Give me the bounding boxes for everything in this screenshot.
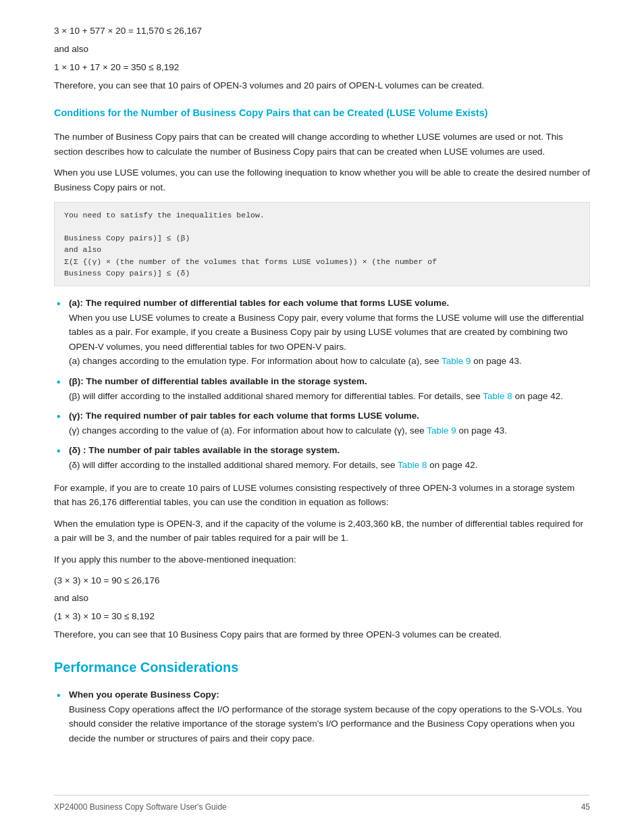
footer-page-number: 45 — [581, 801, 590, 814]
section1-para5: If you apply this number to the above-me… — [54, 552, 590, 567]
table9-link-1[interactable]: Table 9 — [441, 356, 471, 366]
table9-link-2[interactable]: Table 9 — [427, 425, 456, 436]
code-block: You need to satisfy the inequalities bel… — [54, 202, 590, 287]
list-item: (δ) : The number of pair tables availabl… — [54, 443, 590, 472]
footer-left: XP24000 Business Copy Software User's Gu… — [54, 801, 227, 814]
math-line-1: 3 × 10 + 577 × 20 = 11,570 ≤ 26,167 — [54, 24, 590, 38]
section1-para3: For example, if you are to create 10 pai… — [54, 481, 590, 510]
and-also-1: and also — [54, 43, 590, 57]
section1-para2: When you use LUSE volumes, you can use t… — [54, 165, 590, 194]
table8-link-2[interactable]: Table 8 — [398, 460, 427, 470]
list-item: (a): The required number of differential… — [54, 296, 590, 369]
bullet-list-section2: When you operate Business Copy: Business… — [54, 687, 590, 746]
and-also-2: and also — [54, 592, 590, 606]
footer: XP24000 Business Copy Software User's Gu… — [54, 795, 590, 814]
list-item: (β): The number of differential tables a… — [54, 374, 590, 403]
section1-heading: Conditions for the Number of Business Co… — [54, 105, 590, 120]
performance-heading: Performance Considerations — [54, 657, 590, 678]
bullet-list-section1: (a): The required number of differential… — [54, 296, 590, 473]
section1-para1: The number of Business Copy pairs that c… — [54, 130, 590, 159]
math-line-3: (3 × 3) × 10 = 90 ≤ 26,176 — [54, 574, 590, 588]
list-item: (γ): The required number of pair tables … — [54, 409, 590, 438]
list-item: When you operate Business Copy: Business… — [54, 687, 590, 746]
table8-link-1[interactable]: Table 8 — [483, 391, 512, 401]
math-line-2: 1 × 10 + 17 × 20 = 350 ≤ 8,192 — [54, 61, 590, 75]
page: 3 × 10 + 577 × 20 = 11,570 ≤ 26,167 and … — [0, 0, 644, 834]
math-line-4: (1 × 3) × 10 = 30 ≤ 8,192 — [54, 610, 590, 624]
section1-para4: When the emulation type is OPEN-3, and i… — [54, 517, 590, 546]
therefore-line-2: Therefore, you can see that 10 Business … — [54, 628, 590, 642]
therefore-line-1: Therefore, you can see that 10 pairs of … — [54, 79, 590, 93]
